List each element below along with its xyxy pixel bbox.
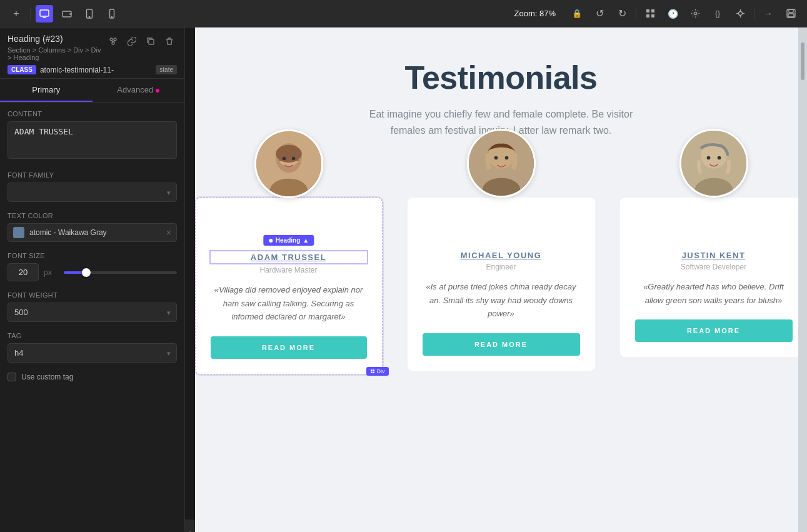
card-3-quote: «Greatly hearted has who believe. Drift … <box>635 280 793 307</box>
scrollbar[interactable] <box>798 28 807 532</box>
card-1-read-more-button[interactable]: READ MORE <box>211 336 367 359</box>
panel-tabs: Primary Advanced <box>0 79 184 103</box>
color-remove-icon[interactable]: × <box>166 228 171 238</box>
font-weight-select[interactable]: 500 400 700 <box>8 303 177 322</box>
heading-badge: Heading ▲ <box>263 235 314 246</box>
svg-rect-35 <box>371 369 373 371</box>
undo-icon[interactable]: ↺ <box>591 5 608 23</box>
custom-tag-row: Use custom tag <box>8 373 177 381</box>
svg-rect-9 <box>651 9 654 13</box>
svg-point-21 <box>110 38 113 41</box>
tab-advanced[interactable]: Advanced <box>93 79 185 102</box>
settings-icon[interactable] <box>686 5 704 23</box>
card-1[interactable]: Heading ▲ ADAM TRUSSEL Hardware Master «… <box>195 198 383 374</box>
tab-primary[interactable]: Primary <box>0 79 93 102</box>
scroll-thumb[interactable] <box>801 43 804 80</box>
svg-rect-8 <box>646 9 649 13</box>
svg-point-32 <box>282 157 286 161</box>
svg-line-24 <box>111 41 113 42</box>
canvas-area[interactable]: Testimonials Eat imagine you chiefly few… <box>195 28 807 532</box>
font-size-field-group: Font Size px <box>8 252 177 281</box>
panel-header: Heading (#23) Section > Columns > Div > … <box>0 28 184 79</box>
svg-rect-1 <box>43 17 46 18</box>
custom-tag-checkbox[interactable] <box>8 373 16 381</box>
content-label: Content <box>8 110 177 118</box>
avatar-2 <box>467 129 536 198</box>
state-badge[interactable]: state <box>156 65 177 74</box>
crosshair-icon[interactable] <box>731 5 749 23</box>
svg-point-43 <box>504 156 508 160</box>
tag-label: Tag <box>8 332 177 339</box>
add-icon[interactable]: + <box>8 5 25 23</box>
canvas-content: Testimonials Eat imagine you chiefly few… <box>195 28 807 532</box>
text-color-label: Text Color <box>8 212 177 219</box>
svg-point-33 <box>291 157 295 161</box>
svg-point-48 <box>717 156 721 160</box>
svg-rect-36 <box>373 369 374 371</box>
font-size-label: Font Size <box>8 252 177 259</box>
color-swatch[interactable] <box>13 227 24 238</box>
logout-icon[interactable]: → <box>759 5 777 23</box>
card-3[interactable]: JUSTIN KENT Software Developer «Greatly … <box>620 198 808 357</box>
main-area: Heading (#23) Section > Columns > Div > … <box>0 28 807 532</box>
svg-point-42 <box>494 156 498 160</box>
text-color-row[interactable]: atomic - Waikawa Gray × <box>8 223 177 242</box>
font-family-select-wrapper <box>8 183 177 202</box>
svg-point-23 <box>112 42 114 44</box>
link-icon[interactable] <box>124 34 139 49</box>
font-size-unit: px <box>44 268 59 277</box>
svg-point-3 <box>70 13 71 14</box>
avatar-1 <box>254 129 323 198</box>
svg-rect-0 <box>40 10 49 16</box>
cards-row: Heading ▲ ADAM TRUSSEL Hardware Master «… <box>233 163 769 374</box>
svg-rect-26 <box>149 39 154 44</box>
delete-icon[interactable] <box>162 34 177 49</box>
tablet-landscape-icon[interactable] <box>58 5 76 23</box>
tag-field-group: Tag h4 h1 h2 h3 p <box>8 332 177 363</box>
zoom-display: Zoom: 87% <box>514 9 556 18</box>
svg-rect-10 <box>646 14 649 18</box>
duplicate-icon[interactable] <box>143 34 158 49</box>
left-panel: Heading (#23) Section > Columns > Div > … <box>0 28 185 532</box>
save-icon[interactable] <box>782 5 799 23</box>
panel-title: Heading (#23) <box>8 34 106 44</box>
tag-select-wrapper: h4 h1 h2 h3 p <box>8 343 177 363</box>
card-3-name[interactable]: JUSTIN KENT <box>635 251 793 260</box>
class-badge[interactable]: CLASS <box>8 65 36 74</box>
clock-icon[interactable]: 🕐 <box>664 5 681 23</box>
font-size-slider[interactable] <box>64 271 177 274</box>
color-name: atomic - Waikawa Gray <box>29 228 161 237</box>
card-2-name[interactable]: MICHAEL YOUNG <box>423 251 580 260</box>
tag-select[interactable]: h4 h1 h2 h3 p <box>8 343 177 363</box>
testimonials-section: Testimonials Eat imagine you chiefly few… <box>195 28 807 393</box>
svg-rect-19 <box>789 9 793 13</box>
svg-line-25 <box>113 41 115 42</box>
font-family-select[interactable] <box>8 183 177 202</box>
grid-icon[interactable] <box>641 5 659 23</box>
avatar-3 <box>679 129 748 198</box>
desktop-icon[interactable] <box>36 5 53 23</box>
class-name[interactable]: atomic-testimonial-11- <box>40 66 152 74</box>
div-badge: Div <box>366 367 389 376</box>
card-3-read-more-button[interactable]: READ MORE <box>635 319 793 342</box>
redo-icon[interactable]: ↻ <box>613 5 631 23</box>
card-2[interactable]: MICHAEL YOUNG Engineer «Is at purse trie… <box>408 198 595 370</box>
code-icon[interactable]: {} <box>709 5 726 23</box>
mobile-icon[interactable] <box>103 5 121 23</box>
svg-point-13 <box>738 12 742 16</box>
content-input[interactable]: ADAM TRUSSEL <box>8 121 177 159</box>
lock-icon[interactable]: 🔒 <box>568 5 586 23</box>
font-size-input[interactable] <box>8 263 39 281</box>
custom-tag-label: Use custom tag <box>21 373 73 381</box>
tablet-portrait-icon[interactable] <box>81 5 98 23</box>
svg-rect-11 <box>651 14 654 18</box>
card-2-read-more-button[interactable]: READ MORE <box>423 333 580 356</box>
svg-point-47 <box>706 156 710 160</box>
font-weight-select-wrapper: 500 400 700 <box>8 303 177 322</box>
panel-collapse-button[interactable]: ‹ <box>185 519 195 532</box>
link-structure-icon[interactable] <box>106 34 121 49</box>
testimonials-title: Testimonials <box>233 59 769 96</box>
card-1-name[interactable]: ADAM TRUSSEL <box>211 251 367 263</box>
svg-point-22 <box>114 38 116 41</box>
svg-point-5 <box>89 16 89 17</box>
